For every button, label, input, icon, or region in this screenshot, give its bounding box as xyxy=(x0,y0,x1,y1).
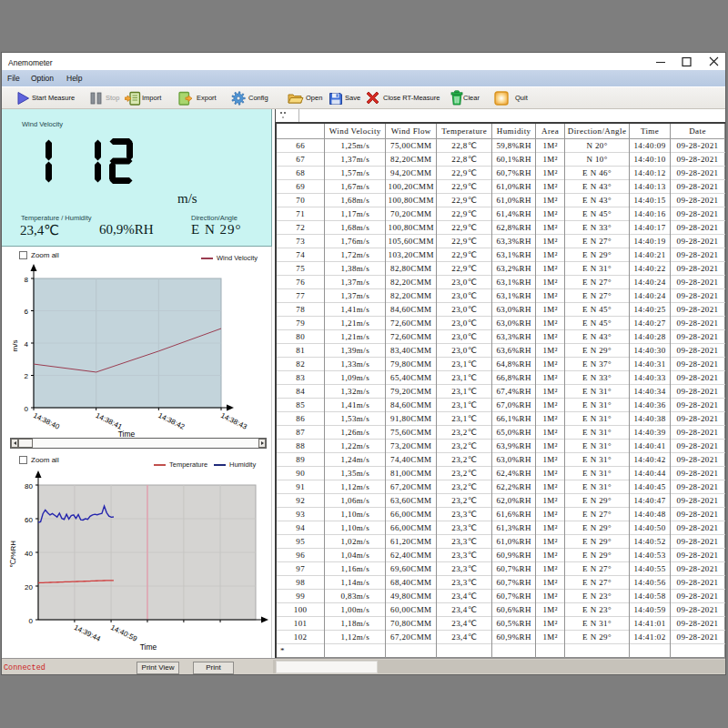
svg-text:8: 8 xyxy=(25,276,29,284)
table-cell: 1M² xyxy=(536,207,565,220)
table-cell: 1,12m/s xyxy=(325,480,386,493)
open-button[interactable]: Open xyxy=(288,87,322,108)
column-header[interactable]: Humidity xyxy=(492,123,536,138)
table-cell: 1M² xyxy=(536,630,565,643)
table-cell: 14:40:24 xyxy=(630,288,671,302)
zoom-all-checkbox-1[interactable] xyxy=(19,251,27,259)
table-cell: 84,60CMM xyxy=(386,398,437,411)
table-row[interactable]: 881,22m/s73,20CMM23,2℃63,9%RH1M²E N 31°1… xyxy=(276,439,725,452)
table-row[interactable]: 781,41m/s84,60CMM23,0℃63,0%RH1M²E N 45°1… xyxy=(276,302,725,316)
table-cell: E N 43° xyxy=(565,179,630,193)
menu-file[interactable]: File xyxy=(7,74,20,83)
table-row[interactable]: 931,10m/s66,00CMM23,3℃61,6%RH1M²E N 27°1… xyxy=(276,507,725,521)
table-cell: 82 xyxy=(276,357,325,370)
table-cell: 22,9℃ xyxy=(437,207,492,220)
table-row[interactable]: 671,37m/s82,20CMM22,8℃60,1%RH1M²N 10°14:… xyxy=(276,152,725,166)
clear-button[interactable]: Clear xyxy=(450,87,480,108)
table-row[interactable]: 971,16m/s69,60CMM23,3℃60,7%RH1M²E N 27°1… xyxy=(276,561,725,575)
start-measure-button[interactable]: Start Measure xyxy=(16,87,75,108)
table-row[interactable]: 771,37m/s82,20CMM23,0℃63,1%RH1M²E N 27°1… xyxy=(276,288,725,302)
stop-button[interactable]: Stop xyxy=(90,87,119,108)
table-row[interactable]: 821,33m/s79,80CMM23,1℃64,8%RH1M²E N 37°1… xyxy=(276,357,725,370)
table-row[interactable]: 701,68m/s100,80CMM22,9℃61,0%RH1M²E N 43°… xyxy=(276,193,725,207)
chart1-scrollbar-right-button[interactable] xyxy=(258,439,266,448)
column-header[interactable]: Temperature xyxy=(437,123,492,138)
table-cell: 1M² xyxy=(536,275,565,288)
table-cell: 23,0℃ xyxy=(437,329,492,343)
table-row[interactable]: 751,38m/s82,80CMM22,9℃63,2%RH1M²E N 31°1… xyxy=(276,261,725,275)
clear-label: Clear xyxy=(463,94,480,102)
row-number-header[interactable] xyxy=(276,123,325,138)
table-cell: 14:40:59 xyxy=(630,602,671,616)
table-row[interactable]: 941,10m/s66,00CMM23,3℃61,3%RH1M²E N 29°1… xyxy=(276,521,725,534)
maximize-button[interactable] xyxy=(672,53,700,70)
table-row[interactable]: 1021,12m/s67,20CMM23,4℃60,9%RH1M²E N 29°… xyxy=(276,630,725,643)
menu-option[interactable]: Option xyxy=(31,74,54,83)
grid-grip-handle[interactable] xyxy=(275,109,299,123)
table-row[interactable]: 841,32m/s79,20CMM23,1℃67,4%RH1M²E N 31°1… xyxy=(276,384,725,398)
print-view-button[interactable]: Print View xyxy=(136,662,179,674)
column-header[interactable]: Time xyxy=(630,123,671,138)
column-header[interactable]: Wind Flow xyxy=(386,123,437,138)
table-row[interactable]: 961,04m/s62,40CMM23,3℃60,9%RH1M²E N 29°1… xyxy=(276,548,725,561)
column-header[interactable]: Direction/Angle xyxy=(565,123,630,138)
table-cell: 1,16m/s xyxy=(325,561,386,575)
chart1-scrollbar-left-button[interactable] xyxy=(11,439,18,448)
table-row[interactable]: 951,02m/s61,20CMM23,3℃61,0%RH1M²E N 29°1… xyxy=(276,534,725,548)
table-cell: 14:40:34 xyxy=(630,384,671,398)
table-cell: E N 46° xyxy=(565,166,630,179)
table-cell: 09-28-2021 xyxy=(671,316,725,329)
chart1-scrollbar-thumb[interactable] xyxy=(18,439,33,448)
table-row[interactable]: 691,67m/s100,20CMM22,9℃61,0%RH1M²E N 43°… xyxy=(276,179,725,193)
table-row[interactable]: 811,39m/s83,40CMM23,0℃63,6%RH1M²E N 29°1… xyxy=(276,343,725,357)
table-row[interactable]: 741,72m/s103,20CMM22,9℃63,1%RH1M²E N 29°… xyxy=(276,248,725,261)
new-row[interactable]: * xyxy=(276,643,725,657)
column-header[interactable]: Wind Velocity xyxy=(325,123,386,138)
table-row[interactable]: 1011,18m/s70,80CMM23,4℃60,5%RH1M²E N 31°… xyxy=(276,616,725,630)
table-cell: 09-28-2021 xyxy=(671,288,725,302)
table-row[interactable]: 911,12m/s67,20CMM23,2℃62,2%RH1M²E N 31°1… xyxy=(276,480,725,493)
table-row[interactable]: 681,57m/s94,20CMM22,9℃60,7%RH1M²E N 46°1… xyxy=(276,166,725,179)
close-rt-measure-button[interactable]: Close RT-Measure xyxy=(365,87,440,108)
table-row[interactable]: 1001,00m/s60,00CMM23,4℃60,6%RH1M²E N 23°… xyxy=(276,602,725,616)
save-button[interactable]: Save xyxy=(329,87,360,108)
table-cell: 61,20CMM xyxy=(386,534,437,548)
import-button[interactable]: Import xyxy=(125,87,161,108)
table-row[interactable]: 791,21m/s72,60CMM23,0℃63,0%RH1M²E N 45°1… xyxy=(276,316,725,329)
table-hscrollbar-thumb[interactable] xyxy=(276,661,378,673)
table-hscrollbar[interactable] xyxy=(273,660,725,673)
table-row[interactable]: 731,76m/s105,60CMM22,9℃63,3%RH1M²E N 27°… xyxy=(276,234,725,248)
minimize-button[interactable] xyxy=(646,53,673,70)
app-window: Anemometer File Option Help Start Measur… xyxy=(1,52,726,675)
table-row[interactable]: 981,14m/s68,40CMM23,3℃60,7%RH1M²E N 27°1… xyxy=(276,575,725,589)
close-button[interactable] xyxy=(698,53,725,70)
column-header[interactable]: Area xyxy=(536,123,565,138)
table-cell: 09-28-2021 xyxy=(671,207,725,220)
svg-text:2: 2 xyxy=(25,372,29,380)
table-row[interactable]: 661,25m/s75,00CMM22,8℃59,8%RH1M²N 20°14:… xyxy=(276,138,725,152)
table-cell: 1M² xyxy=(536,248,565,261)
table-row[interactable]: 721,68m/s100,80CMM22,9℃62,8%RH1M²E N 33°… xyxy=(276,220,725,234)
table-row[interactable]: 851,41m/s84,60CMM23,1℃67,0%RH1M²E N 31°1… xyxy=(276,398,725,411)
table-row[interactable]: 861,53m/s91,80CMM23,1℃66,1%RH1M²E N 31°1… xyxy=(276,411,725,425)
export-button[interactable]: Export xyxy=(178,87,217,108)
table-row[interactable]: 761,37m/s82,20CMM23,0℃63,1%RH1M²E N 27°1… xyxy=(276,275,725,288)
table-row[interactable]: 891,24m/s74,40CMM23,2℃63,0%RH1M²E N 31°1… xyxy=(276,452,725,466)
table-row[interactable]: 921,06m/s63,60CMM23,2℃62,0%RH1M²E N 29°1… xyxy=(276,493,725,507)
print-button[interactable]: Print xyxy=(193,662,234,674)
quit-button[interactable]: Quit xyxy=(494,87,528,108)
column-header[interactable]: Date xyxy=(671,123,725,138)
table-row[interactable]: 871,26m/s75,60CMM23,2℃65,0%RH1M²E N 31°1… xyxy=(276,425,725,439)
import-icon xyxy=(125,91,141,106)
table-cell: 100,80CMM xyxy=(386,193,437,207)
table-row[interactable]: 711,17m/s70,20CMM22,9℃61,4%RH1M²E N 45°1… xyxy=(276,207,725,220)
table-row[interactable]: 990,83m/s49,80CMM23,4℃60,7%RH1M²E N 23°1… xyxy=(276,589,725,602)
config-button[interactable]: Config xyxy=(231,87,268,108)
menu-help[interactable]: Help xyxy=(66,74,82,83)
table-row[interactable]: 801,21m/s72,60CMM23,0℃63,3%RH1M²E N 43°1… xyxy=(276,329,725,343)
table-row[interactable]: 901,35m/s81,00CMM23,2℃62,4%RH1M²E N 31°1… xyxy=(276,466,725,480)
table-cell: 1,37m/s xyxy=(325,288,386,302)
table-cell: 1,14m/s xyxy=(325,575,386,589)
chart1-scrollbar[interactable] xyxy=(10,438,267,449)
table-row[interactable]: 831,09m/s65,40CMM23,1℃66,8%RH1M²E N 33°1… xyxy=(276,370,725,384)
